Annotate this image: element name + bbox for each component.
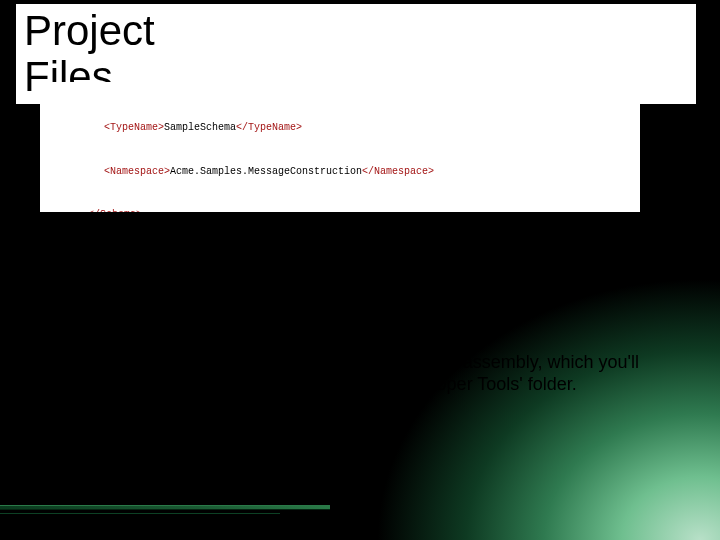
xml-text: SampleSchema — [164, 122, 236, 133]
slide: Project Files <TypeName>SampleSchema</Ty… — [0, 0, 720, 540]
body-paragraph: Biz.Talk MSBuild tasks are implemented i… — [56, 328, 666, 396]
xml-tag: </TypeName> — [236, 122, 302, 133]
xml-tag: </Namespace> — [362, 166, 434, 177]
xml-text: Acme.Samples.MessageConstruction — [170, 166, 362, 177]
code-snippet: <TypeName>SampleSchema</TypeName> <Names… — [40, 82, 640, 212]
xml-tag: </Schema> — [88, 209, 142, 212]
accent-line — [0, 505, 330, 510]
accent-line-thin — [0, 513, 280, 514]
xml-tag: <Namespace> — [104, 166, 170, 177]
xml-tag: <TypeName> — [104, 122, 164, 133]
